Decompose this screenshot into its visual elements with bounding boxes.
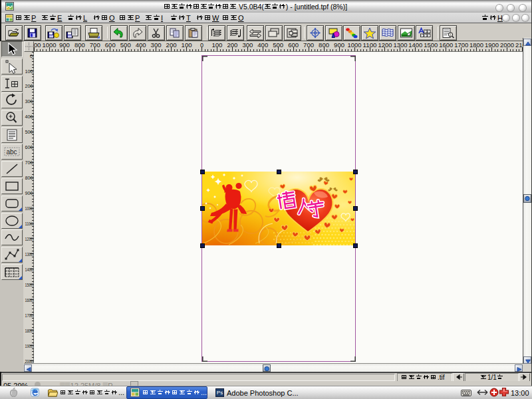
svg-text:1000: 1000 [25, 205, 33, 211]
svg-text:1600: 1600 [439, 42, 453, 49]
svg-text:200: 200 [227, 42, 237, 49]
svg-text:500: 500 [25, 129, 33, 135]
svg-text:700: 700 [90, 42, 100, 49]
svg-text:1400: 1400 [408, 42, 422, 49]
svg-text:1100: 1100 [25, 221, 33, 227]
svg-text:600: 600 [25, 144, 33, 150]
svg-text:0: 0 [30, 53, 33, 59]
svg-text:900: 900 [59, 42, 70, 49]
svg-text:300: 300 [25, 98, 33, 104]
svg-text:600: 600 [288, 42, 299, 49]
svg-text:200: 200 [25, 83, 33, 89]
svg-text:abc: abc [7, 148, 17, 156]
svg-text:1000: 1000 [43, 42, 57, 49]
svg-text:2000: 2000 [500, 42, 514, 49]
svg-text:2000: 2000 [25, 358, 33, 364]
svg-text:1700: 1700 [25, 313, 33, 319]
svg-text:1300: 1300 [25, 251, 33, 257]
svg-text:900: 900 [25, 190, 33, 196]
svg-text:1300: 1300 [393, 42, 407, 49]
svg-text:500: 500 [120, 42, 131, 49]
svg-text:500: 500 [273, 42, 283, 49]
svg-text:1100: 1100 [363, 42, 377, 49]
svg-text:200: 200 [166, 42, 177, 49]
svg-text:1800: 1800 [25, 328, 33, 334]
svg-text:300: 300 [151, 42, 162, 49]
svg-text:2100: 2100 [515, 42, 523, 49]
svg-text:300: 300 [242, 42, 253, 49]
svg-text:800: 800 [319, 42, 329, 49]
svg-text:800: 800 [25, 175, 33, 181]
svg-text:100: 100 [25, 68, 33, 74]
svg-text:1700: 1700 [454, 42, 468, 49]
svg-text:100: 100 [182, 42, 192, 49]
svg-text:600: 600 [105, 42, 116, 49]
svg-text:700: 700 [25, 160, 33, 166]
svg-text:1200: 1200 [378, 42, 392, 49]
svg-text:1500: 1500 [25, 282, 33, 288]
svg-text:800: 800 [74, 42, 85, 49]
svg-text:400: 400 [257, 42, 268, 49]
svg-text:1100: 1100 [34, 42, 41, 49]
svg-text:1500: 1500 [424, 42, 438, 49]
svg-text:900: 900 [334, 42, 344, 49]
svg-text:1200: 1200 [25, 236, 33, 242]
svg-text:1900: 1900 [485, 42, 499, 49]
svg-text:1600: 1600 [25, 297, 33, 303]
svg-text:1900: 1900 [25, 343, 33, 349]
svg-text:1000: 1000 [348, 42, 362, 49]
svg-text:1400: 1400 [25, 267, 33, 273]
svg-text:0: 0 [200, 42, 203, 49]
svg-text:700: 700 [303, 42, 314, 49]
svg-text:100: 100 [211, 42, 222, 49]
svg-text:1800: 1800 [469, 42, 483, 49]
svg-text:400: 400 [25, 114, 33, 120]
svg-text:400: 400 [136, 42, 146, 49]
